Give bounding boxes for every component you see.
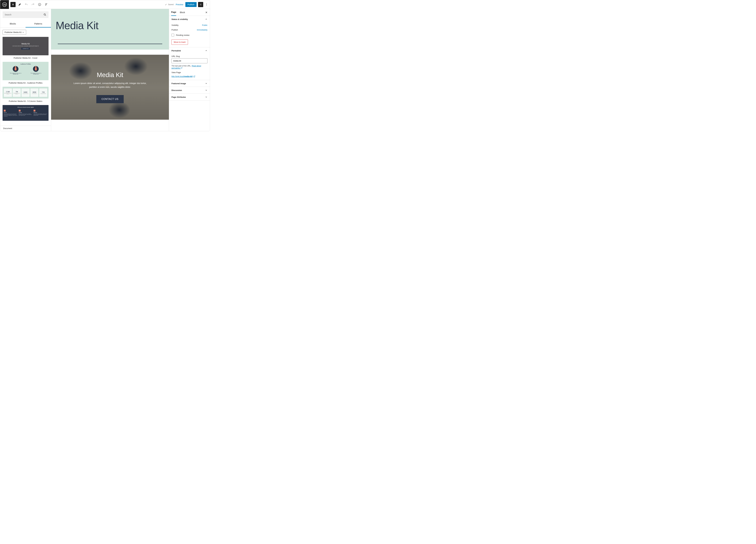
measure-icon [34, 110, 35, 112]
visibility-label: Visibility [171, 24, 179, 26]
contact-us-button[interactable]: CONTACT US [96, 95, 124, 103]
pattern-thumbnail: Media Kit Lorem ipsum dolor sit amet, co… [3, 37, 49, 55]
save-status: Saved [165, 3, 174, 6]
pattern-item[interactable]: Why you should choose digital Source10up… [3, 105, 49, 121]
external-link-icon [181, 67, 182, 69]
cover-block[interactable]: Media Kit Lorem ipsum dolor sit amet, co… [51, 55, 169, 120]
wordpress-icon [2, 2, 7, 7]
section-permalink: Permalink URL Slug The last part of the … [169, 47, 210, 80]
pattern-category-select[interactable]: Publisher Media Kit [3, 30, 26, 35]
cover-title[interactable]: Media Kit [65, 71, 155, 79]
check-icon [165, 3, 167, 6]
details-button[interactable] [37, 2, 42, 7]
pattern-thumbnail: Why you should choose digital Source10up… [3, 105, 49, 121]
svg-point-3 [206, 3, 207, 4]
page-title[interactable]: Media Kit [56, 20, 164, 32]
editor-toolbar: Saved Preview Publish [0, 0, 210, 9]
pattern-thumbnail: 2.5MMonthly Unique Visitors on 10up.com … [3, 87, 49, 99]
svg-point-4 [206, 4, 207, 5]
publish-label: Publish [171, 29, 178, 31]
svg-point-0 [2, 2, 7, 7]
pending-review-label: Pending review [176, 34, 189, 36]
search-input[interactable] [5, 13, 43, 16]
chevron-up-icon [205, 18, 207, 20]
publish-value[interactable]: Immediately [197, 29, 207, 31]
search-box[interactable] [3, 11, 49, 18]
tab-page[interactable]: Page [171, 9, 176, 16]
search-icon [43, 13, 46, 16]
svg-point-2 [200, 4, 201, 5]
section-featured-image: Featured image [169, 80, 210, 87]
person-female-icon [13, 66, 18, 72]
undo-icon [25, 3, 28, 6]
view-page-label: View Page [171, 71, 207, 74]
url-slug-label: URL Slug [171, 55, 207, 57]
tab-patterns[interactable]: Patterns [26, 20, 51, 28]
pattern-caption: Publisher Media Kit - Audience Profiles [3, 82, 49, 84]
list-view-icon [45, 3, 48, 6]
patterns-list: Media Kit Lorem ipsum dolor sit amet, co… [0, 37, 51, 126]
close-sidebar-button[interactable] [205, 11, 208, 14]
preview-button[interactable]: Preview [176, 3, 183, 6]
chevron-down-icon [22, 31, 24, 33]
person-male-icon [33, 66, 39, 72]
redo-icon [31, 3, 35, 6]
pattern-thumbnail: Audience Profiles The average female vis… [3, 62, 49, 80]
breadcrumb[interactable]: Document [0, 126, 51, 131]
list-view-button[interactable] [44, 2, 49, 7]
tab-blocks[interactable]: Blocks [0, 20, 26, 28]
close-icon [205, 11, 208, 14]
pattern-caption: Publisher Media Kit - Cover [3, 57, 49, 59]
source-icon [4, 110, 6, 112]
edit-tool-button[interactable] [17, 2, 22, 7]
more-vertical-icon [205, 3, 208, 6]
inserter-tabs: Blocks Patterns [0, 20, 51, 28]
permalink-help: The last part of the URL. Read about per… [171, 65, 207, 69]
section-toggle-status[interactable]: Status & visibility [169, 16, 210, 23]
pattern-item[interactable]: Audience Profiles The average female vis… [3, 62, 49, 84]
toggle-inserter-button[interactable] [10, 2, 16, 7]
separator-block[interactable] [58, 44, 162, 44]
move-to-trash-button[interactable]: Move to trash [171, 39, 188, 45]
section-toggle-attributes[interactable]: Page Attributes [169, 94, 210, 100]
chevron-down-icon [205, 96, 207, 98]
settings-button[interactable] [198, 2, 203, 7]
chevron-up-icon [205, 49, 207, 52]
publish-button[interactable]: Publish [185, 2, 197, 7]
visibility-icon [19, 110, 21, 112]
info-icon [38, 3, 41, 6]
pending-review-checkbox[interactable] [171, 34, 174, 36]
section-discussion: Discussion [169, 87, 210, 94]
pattern-item[interactable]: Media Kit Lorem ipsum dolor sit amet, co… [3, 37, 49, 59]
svg-point-5 [206, 5, 207, 6]
undo-button[interactable] [24, 2, 29, 7]
gear-icon [199, 3, 202, 6]
close-icon [11, 3, 15, 6]
section-toggle-featured[interactable]: Featured image [169, 80, 210, 87]
url-slug-input[interactable] [171, 58, 207, 63]
pattern-item[interactable]: 2.5MMonthly Unique Visitors on 10up.com … [3, 87, 49, 102]
settings-sidebar: Page Block Status & visibility Visibilit… [169, 9, 210, 131]
wp-logo[interactable] [0, 0, 9, 9]
options-button[interactable] [204, 2, 209, 7]
section-toggle-permalink[interactable]: Permalink [169, 47, 210, 54]
external-link-icon [193, 75, 195, 78]
section-status: Status & visibility Visibility Public Pu… [169, 16, 210, 47]
editor-canvas[interactable]: Media Kit Media Kit Lorem ipsum dolor si… [51, 9, 169, 131]
section-toggle-discussion[interactable]: Discussion [169, 87, 210, 94]
svg-point-6 [44, 14, 45, 15]
sidebar-tabs: Page Block [169, 9, 210, 16]
header-block[interactable]: Media Kit [51, 9, 169, 50]
tab-block[interactable]: Block [180, 9, 185, 16]
visibility-value[interactable]: Public [202, 24, 207, 26]
chevron-down-icon [205, 89, 207, 91]
pattern-caption: Publisher Media Kit - 5 Column Statics [3, 100, 49, 102]
inserter-panel: Blocks Patterns Publisher Media Kit Medi… [0, 9, 51, 131]
permalink-url[interactable]: http://pmk.local/media-kit/ [171, 75, 195, 78]
cover-description[interactable]: Lorem ipsum dolor sit amet, consectetur … [65, 81, 155, 89]
section-page-attributes: Page Attributes [169, 94, 210, 101]
redo-button[interactable] [30, 2, 36, 7]
chevron-down-icon [205, 82, 207, 85]
pencil-icon [18, 3, 21, 6]
